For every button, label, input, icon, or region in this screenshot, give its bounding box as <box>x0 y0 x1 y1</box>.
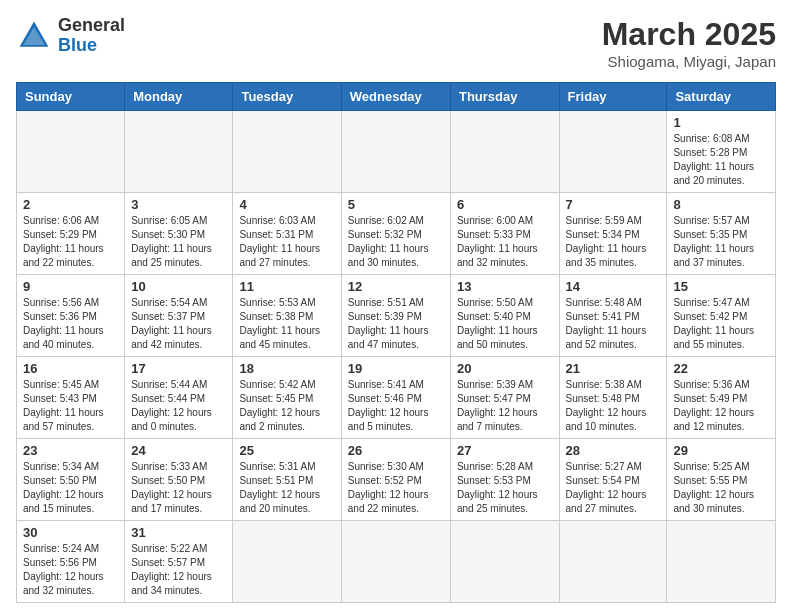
day-info: Sunrise: 5:45 AM Sunset: 5:43 PM Dayligh… <box>23 378 118 434</box>
day-info: Sunrise: 5:51 AM Sunset: 5:39 PM Dayligh… <box>348 296 444 352</box>
day-info: Sunrise: 5:34 AM Sunset: 5:50 PM Dayligh… <box>23 460 118 516</box>
calendar-cell: 12Sunrise: 5:51 AM Sunset: 5:39 PM Dayli… <box>341 275 450 357</box>
logo-icon <box>16 18 52 54</box>
day-info: Sunrise: 5:53 AM Sunset: 5:38 PM Dayligh… <box>239 296 334 352</box>
day-number: 21 <box>566 361 661 376</box>
calendar-cell <box>125 111 233 193</box>
calendar-cell: 4Sunrise: 6:03 AM Sunset: 5:31 PM Daylig… <box>233 193 341 275</box>
day-number: 23 <box>23 443 118 458</box>
day-info: Sunrise: 5:41 AM Sunset: 5:46 PM Dayligh… <box>348 378 444 434</box>
calendar-cell: 16Sunrise: 5:45 AM Sunset: 5:43 PM Dayli… <box>17 357 125 439</box>
day-number: 1 <box>673 115 769 130</box>
day-info: Sunrise: 5:31 AM Sunset: 5:51 PM Dayligh… <box>239 460 334 516</box>
calendar-cell: 26Sunrise: 5:30 AM Sunset: 5:52 PM Dayli… <box>341 439 450 521</box>
day-number: 14 <box>566 279 661 294</box>
logo-text: General Blue <box>58 16 125 56</box>
day-info: Sunrise: 6:02 AM Sunset: 5:32 PM Dayligh… <box>348 214 444 270</box>
day-info: Sunrise: 5:36 AM Sunset: 5:49 PM Dayligh… <box>673 378 769 434</box>
day-of-week-header: Friday <box>559 83 667 111</box>
calendar-cell: 17Sunrise: 5:44 AM Sunset: 5:44 PM Dayli… <box>125 357 233 439</box>
day-number: 22 <box>673 361 769 376</box>
calendar-cell: 9Sunrise: 5:56 AM Sunset: 5:36 PM Daylig… <box>17 275 125 357</box>
calendar-cell: 5Sunrise: 6:02 AM Sunset: 5:32 PM Daylig… <box>341 193 450 275</box>
day-of-week-header: Tuesday <box>233 83 341 111</box>
day-info: Sunrise: 5:59 AM Sunset: 5:34 PM Dayligh… <box>566 214 661 270</box>
page-header: General Blue March 2025 Shiogama, Miyagi… <box>16 16 776 70</box>
title-block: March 2025 Shiogama, Miyagi, Japan <box>602 16 776 70</box>
calendar-cell: 23Sunrise: 5:34 AM Sunset: 5:50 PM Dayli… <box>17 439 125 521</box>
day-info: Sunrise: 5:39 AM Sunset: 5:47 PM Dayligh… <box>457 378 553 434</box>
calendar-week-row: 2Sunrise: 6:06 AM Sunset: 5:29 PM Daylig… <box>17 193 776 275</box>
calendar-week-row: 16Sunrise: 5:45 AM Sunset: 5:43 PM Dayli… <box>17 357 776 439</box>
day-number: 25 <box>239 443 334 458</box>
day-info: Sunrise: 6:00 AM Sunset: 5:33 PM Dayligh… <box>457 214 553 270</box>
day-info: Sunrise: 5:50 AM Sunset: 5:40 PM Dayligh… <box>457 296 553 352</box>
day-info: Sunrise: 5:44 AM Sunset: 5:44 PM Dayligh… <box>131 378 226 434</box>
calendar-cell: 30Sunrise: 5:24 AM Sunset: 5:56 PM Dayli… <box>17 521 125 603</box>
calendar-cell: 22Sunrise: 5:36 AM Sunset: 5:49 PM Dayli… <box>667 357 776 439</box>
day-number: 6 <box>457 197 553 212</box>
day-number: 26 <box>348 443 444 458</box>
day-number: 11 <box>239 279 334 294</box>
day-info: Sunrise: 6:08 AM Sunset: 5:28 PM Dayligh… <box>673 132 769 188</box>
day-number: 7 <box>566 197 661 212</box>
day-number: 28 <box>566 443 661 458</box>
day-info: Sunrise: 5:56 AM Sunset: 5:36 PM Dayligh… <box>23 296 118 352</box>
day-number: 29 <box>673 443 769 458</box>
calendar-cell: 18Sunrise: 5:42 AM Sunset: 5:45 PM Dayli… <box>233 357 341 439</box>
calendar-cell <box>233 111 341 193</box>
day-info: Sunrise: 5:24 AM Sunset: 5:56 PM Dayligh… <box>23 542 118 598</box>
day-number: 31 <box>131 525 226 540</box>
day-info: Sunrise: 6:06 AM Sunset: 5:29 PM Dayligh… <box>23 214 118 270</box>
day-info: Sunrise: 5:48 AM Sunset: 5:41 PM Dayligh… <box>566 296 661 352</box>
day-number: 17 <box>131 361 226 376</box>
day-number: 18 <box>239 361 334 376</box>
day-of-week-header: Monday <box>125 83 233 111</box>
day-info: Sunrise: 5:33 AM Sunset: 5:50 PM Dayligh… <box>131 460 226 516</box>
calendar-cell: 3Sunrise: 6:05 AM Sunset: 5:30 PM Daylig… <box>125 193 233 275</box>
day-number: 16 <box>23 361 118 376</box>
calendar-cell: 2Sunrise: 6:06 AM Sunset: 5:29 PM Daylig… <box>17 193 125 275</box>
day-number: 8 <box>673 197 769 212</box>
day-info: Sunrise: 5:47 AM Sunset: 5:42 PM Dayligh… <box>673 296 769 352</box>
calendar-cell: 10Sunrise: 5:54 AM Sunset: 5:37 PM Dayli… <box>125 275 233 357</box>
day-info: Sunrise: 6:03 AM Sunset: 5:31 PM Dayligh… <box>239 214 334 270</box>
calendar-header-row: SundayMondayTuesdayWednesdayThursdayFrid… <box>17 83 776 111</box>
calendar-cell <box>233 521 341 603</box>
day-info: Sunrise: 5:27 AM Sunset: 5:54 PM Dayligh… <box>566 460 661 516</box>
day-of-week-header: Wednesday <box>341 83 450 111</box>
day-number: 15 <box>673 279 769 294</box>
day-of-week-header: Sunday <box>17 83 125 111</box>
calendar-cell: 8Sunrise: 5:57 AM Sunset: 5:35 PM Daylig… <box>667 193 776 275</box>
calendar-cell: 25Sunrise: 5:31 AM Sunset: 5:51 PM Dayli… <box>233 439 341 521</box>
calendar-week-row: 9Sunrise: 5:56 AM Sunset: 5:36 PM Daylig… <box>17 275 776 357</box>
calendar-cell: 20Sunrise: 5:39 AM Sunset: 5:47 PM Dayli… <box>450 357 559 439</box>
calendar-week-row: 23Sunrise: 5:34 AM Sunset: 5:50 PM Dayli… <box>17 439 776 521</box>
day-number: 4 <box>239 197 334 212</box>
calendar-cell <box>559 111 667 193</box>
calendar-cell: 31Sunrise: 5:22 AM Sunset: 5:57 PM Dayli… <box>125 521 233 603</box>
calendar-week-row: 30Sunrise: 5:24 AM Sunset: 5:56 PM Dayli… <box>17 521 776 603</box>
day-number: 24 <box>131 443 226 458</box>
day-number: 3 <box>131 197 226 212</box>
day-number: 5 <box>348 197 444 212</box>
day-info: Sunrise: 5:54 AM Sunset: 5:37 PM Dayligh… <box>131 296 226 352</box>
day-number: 13 <box>457 279 553 294</box>
calendar-cell <box>341 521 450 603</box>
calendar-cell: 27Sunrise: 5:28 AM Sunset: 5:53 PM Dayli… <box>450 439 559 521</box>
calendar-cell <box>341 111 450 193</box>
calendar-week-row: 1Sunrise: 6:08 AM Sunset: 5:28 PM Daylig… <box>17 111 776 193</box>
day-info: Sunrise: 5:30 AM Sunset: 5:52 PM Dayligh… <box>348 460 444 516</box>
day-number: 19 <box>348 361 444 376</box>
calendar-cell <box>450 521 559 603</box>
day-number: 9 <box>23 279 118 294</box>
day-info: Sunrise: 6:05 AM Sunset: 5:30 PM Dayligh… <box>131 214 226 270</box>
calendar-cell: 14Sunrise: 5:48 AM Sunset: 5:41 PM Dayli… <box>559 275 667 357</box>
calendar-cell <box>559 521 667 603</box>
calendar-cell: 21Sunrise: 5:38 AM Sunset: 5:48 PM Dayli… <box>559 357 667 439</box>
day-number: 2 <box>23 197 118 212</box>
logo: General Blue <box>16 16 125 56</box>
day-info: Sunrise: 5:22 AM Sunset: 5:57 PM Dayligh… <box>131 542 226 598</box>
calendar-cell: 13Sunrise: 5:50 AM Sunset: 5:40 PM Dayli… <box>450 275 559 357</box>
calendar-cell: 24Sunrise: 5:33 AM Sunset: 5:50 PM Dayli… <box>125 439 233 521</box>
